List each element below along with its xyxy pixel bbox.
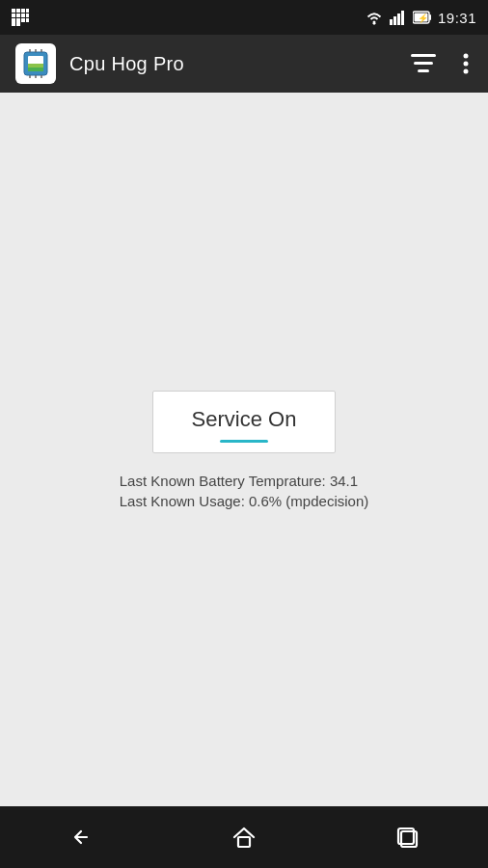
svg-rect-39 xyxy=(238,837,250,847)
main-content: Service On Last Known Battery Temprature… xyxy=(0,93,488,806)
battery-temp-info: Last Known Battery Temprature: 34.1 xyxy=(120,473,358,489)
svg-rect-4 xyxy=(12,14,15,17)
svg-rect-17 xyxy=(397,14,400,25)
status-bar: ⚡ 19:31 xyxy=(0,0,488,35)
service-underline xyxy=(220,440,268,443)
svg-rect-7 xyxy=(26,14,29,17)
svg-rect-18 xyxy=(401,11,404,25)
back-button[interactable] xyxy=(39,814,123,860)
svg-rect-0 xyxy=(12,9,15,13)
svg-rect-1 xyxy=(16,9,20,13)
svg-text:⚡: ⚡ xyxy=(418,13,429,24)
home-button[interactable] xyxy=(202,814,286,860)
toolbar-actions xyxy=(407,49,473,78)
status-bar-left xyxy=(12,9,29,26)
toolbar: Cpu Hog Pro xyxy=(0,35,488,93)
svg-point-38 xyxy=(464,69,469,74)
service-status-label: Service On xyxy=(192,407,297,432)
svg-rect-3 xyxy=(26,9,29,13)
signal-bars-icon xyxy=(390,10,407,25)
recents-button[interactable] xyxy=(365,814,449,860)
battery-charging-icon: ⚡ xyxy=(413,11,432,24)
svg-point-36 xyxy=(464,54,469,59)
status-time: 19:31 xyxy=(438,10,476,26)
svg-rect-15 xyxy=(390,19,393,25)
svg-rect-11 xyxy=(26,18,29,22)
svg-rect-26 xyxy=(28,68,43,71)
app-title: Cpu Hog Pro xyxy=(69,53,407,75)
usage-info: Last Known Usage: 0.6% (mpdecision) xyxy=(120,493,368,509)
app-icon xyxy=(15,43,56,84)
svg-rect-8 xyxy=(12,18,15,22)
svg-rect-16 xyxy=(393,16,396,25)
svg-rect-20 xyxy=(429,14,431,20)
svg-rect-2 xyxy=(21,9,25,13)
svg-rect-13 xyxy=(16,22,20,26)
svg-point-37 xyxy=(464,62,469,67)
wifi-icon xyxy=(365,10,384,25)
svg-rect-35 xyxy=(418,69,429,72)
svg-point-14 xyxy=(372,21,375,24)
nav-bar xyxy=(0,806,488,868)
svg-rect-5 xyxy=(16,14,20,17)
service-card[interactable]: Service On xyxy=(152,391,337,453)
svg-rect-12 xyxy=(12,22,15,26)
status-bar-right: ⚡ 19:31 xyxy=(365,10,476,26)
svg-rect-33 xyxy=(411,54,436,57)
svg-rect-34 xyxy=(414,62,433,65)
svg-rect-9 xyxy=(16,18,20,22)
filter-button[interactable] xyxy=(407,50,440,77)
info-block: Last Known Battery Temprature: 34.1 Last… xyxy=(120,473,368,509)
more-options-button[interactable] xyxy=(459,49,473,78)
signal-grid-icon xyxy=(12,9,29,26)
svg-rect-6 xyxy=(21,14,25,17)
svg-rect-10 xyxy=(21,18,25,22)
